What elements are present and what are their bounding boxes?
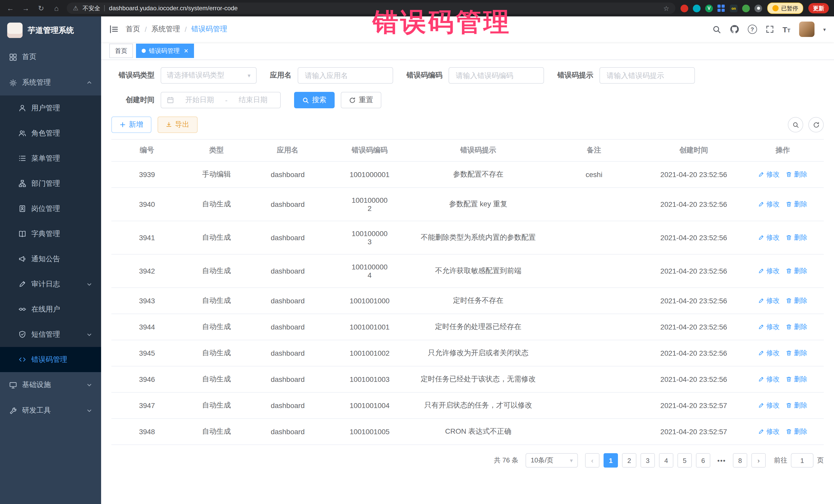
tab-error-code[interactable]: 错误码管理 ✕: [136, 44, 194, 58]
add-button[interactable]: 新增: [111, 116, 151, 133]
home-icon[interactable]: ⌂: [51, 3, 62, 13]
sidebar-item-audit-log[interactable]: 审计日志: [0, 271, 101, 297]
app-name-input[interactable]: [304, 71, 387, 80]
address-bar[interactable]: ⚠ 不安全 dashboard.yudao.iocoder.cn/system/…: [67, 3, 675, 14]
page-button-8[interactable]: 8: [733, 453, 747, 467]
delete-link[interactable]: 删除: [786, 296, 807, 305]
breadcrumb-system[interactable]: 系统管理: [151, 25, 180, 34]
delete-link[interactable]: 删除: [786, 200, 807, 209]
font-size-icon[interactable]: TT: [783, 25, 790, 33]
sidebar-item-notice[interactable]: 通知公告: [0, 246, 101, 271]
edit-link[interactable]: 修改: [758, 233, 780, 242]
close-icon[interactable]: ✕: [184, 48, 188, 53]
sidebar-item-error-code[interactable]: 错误码管理: [0, 347, 101, 372]
search-icon[interactable]: [712, 25, 721, 34]
extension-v-icon[interactable]: V: [705, 4, 713, 12]
edit-link[interactable]: 修改: [758, 296, 780, 305]
forward-icon[interactable]: →: [21, 3, 31, 13]
extension-grid-icon[interactable]: [718, 4, 725, 12]
page-button-4[interactable]: 4: [659, 453, 673, 467]
page-button-2[interactable]: 2: [622, 453, 636, 467]
error-type-select[interactable]: 请选择错误码类型 ▾: [161, 67, 257, 84]
page-button-3[interactable]: 3: [640, 453, 655, 467]
sidebar-item-post[interactable]: 岗位管理: [0, 196, 101, 221]
delete-link[interactable]: 删除: [786, 349, 807, 358]
cell-created: 2021-04-20 23:52:56: [646, 161, 742, 188]
cell-operations: 修改删除: [742, 188, 824, 221]
breadcrumb-home[interactable]: 首页: [126, 25, 140, 34]
page-button-6[interactable]: 6: [696, 453, 710, 467]
page-goto-input[interactable]: [791, 453, 813, 467]
sidebar-item-system[interactable]: 系统管理: [0, 70, 101, 95]
delete-link[interactable]: 删除: [786, 322, 807, 332]
edit-link[interactable]: 修改: [758, 427, 780, 436]
extension-on-icon[interactable]: on: [730, 4, 738, 12]
table-search-button[interactable]: [788, 117, 803, 132]
date-range-picker[interactable]: 开始日期 - 结束日期: [161, 92, 281, 108]
cell-msg: 只允许修改为开启或者关闭状态: [414, 340, 543, 366]
delete-link[interactable]: 删除: [786, 427, 807, 436]
breadcrumb-current[interactable]: 错误码管理: [192, 25, 227, 34]
sidebar-item-online-user[interactable]: 在线用户: [0, 297, 101, 322]
prev-page-button[interactable]: ‹: [585, 453, 599, 467]
sidebar-item-infra[interactable]: 基础设施: [0, 372, 101, 398]
sidebar-item-role[interactable]: 角色管理: [0, 120, 101, 146]
delete-link[interactable]: 删除: [786, 266, 807, 276]
chevron-down-icon[interactable]: ▾: [823, 26, 826, 32]
extension-paw-icon[interactable]: [754, 4, 762, 12]
error-msg-input[interactable]: [606, 71, 689, 80]
reload-icon[interactable]: ↻: [36, 3, 46, 13]
sidebar-item-dict[interactable]: 字典管理: [0, 221, 101, 246]
sidebar-item-dept[interactable]: 部门管理: [0, 171, 101, 196]
export-button[interactable]: 导出: [158, 116, 198, 133]
delete-link[interactable]: 删除: [786, 233, 807, 242]
help-icon[interactable]: ?: [748, 25, 757, 34]
collapse-sidebar-icon[interactable]: [109, 25, 118, 34]
sidebar-item-sms[interactable]: 短信管理: [0, 322, 101, 347]
edit-link[interactable]: 修改: [758, 322, 780, 332]
extension-teal-icon[interactable]: [693, 4, 701, 12]
fullscreen-icon[interactable]: [766, 25, 774, 34]
extension-red-icon[interactable]: [681, 4, 688, 12]
table-refresh-button[interactable]: [808, 117, 824, 132]
page-size-value: 10条/页: [531, 456, 553, 465]
edit-link[interactable]: 修改: [758, 375, 780, 384]
error-type-label: 错误码类型: [111, 71, 154, 80]
back-icon[interactable]: ←: [5, 3, 15, 13]
delete-link[interactable]: 删除: [786, 375, 807, 384]
page-button-1[interactable]: 1: [603, 453, 618, 467]
error-code-input[interactable]: [455, 71, 538, 80]
user-avatar[interactable]: [799, 22, 814, 37]
page-button-5[interactable]: 5: [678, 453, 692, 467]
edit-link[interactable]: 修改: [758, 170, 780, 179]
bookmark-star-icon[interactable]: ☆: [663, 4, 669, 12]
cell-app: dashboard: [250, 314, 325, 340]
github-icon[interactable]: [729, 25, 739, 34]
cell-remark: [542, 419, 646, 445]
delete-link[interactable]: 删除: [786, 170, 807, 179]
browser-update-button[interactable]: 更新: [808, 3, 829, 13]
cell-remark: [542, 288, 646, 314]
sidebar-item-user[interactable]: 用户管理: [0, 95, 101, 120]
cell-operations: 修改删除: [742, 288, 824, 314]
next-page-button[interactable]: ›: [751, 453, 766, 467]
sidebar-item-home[interactable]: 首页: [0, 44, 101, 70]
sidebar-item-menu[interactable]: 菜单管理: [0, 146, 101, 171]
column-header-4: 错误码提示: [414, 139, 543, 161]
edit-link[interactable]: 修改: [758, 200, 780, 209]
profile-paused-badge[interactable]: 已暂停: [767, 3, 803, 14]
page-size-select[interactable]: 10条/页 ▾: [526, 453, 578, 467]
edit-pencil-icon: [758, 298, 764, 304]
reset-button[interactable]: 重置: [341, 92, 381, 108]
extension-green-icon[interactable]: [742, 4, 750, 12]
sidebar-item-dev-tools[interactable]: 研发工具: [0, 398, 101, 423]
paused-label: 已暂停: [781, 4, 798, 12]
tab-home[interactable]: 首页: [109, 44, 133, 58]
edit-link[interactable]: 修改: [758, 401, 780, 410]
delete-link[interactable]: 删除: [786, 401, 807, 410]
edit-link[interactable]: 修改: [758, 266, 780, 276]
search-button[interactable]: 搜索: [294, 92, 335, 108]
edit-link[interactable]: 修改: [758, 349, 780, 358]
page-ellipsis[interactable]: •••: [715, 453, 729, 467]
sidebar-item-label: 首页: [22, 52, 37, 62]
